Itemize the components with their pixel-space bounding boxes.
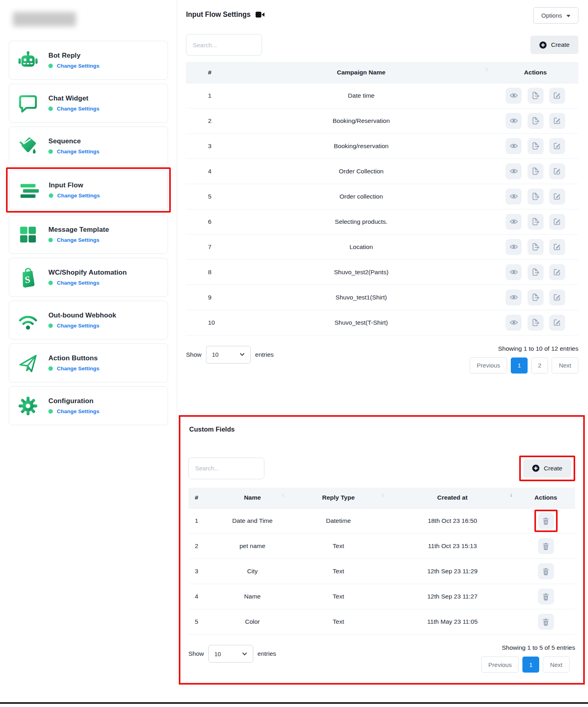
custom-fields-table: # Name ↑↓ Reply Type ↑↓ Created at ↑↓ — [188, 488, 575, 635]
eye-icon — [510, 293, 518, 301]
sidebar-item-bot-reply[interactable]: Bot Reply Change Settings — [9, 41, 168, 80]
edit-button[interactable] — [549, 315, 565, 331]
export-button[interactable] — [528, 239, 544, 255]
custom-fields-page-size-select[interactable]: 10 — [208, 645, 253, 663]
export-button[interactable] — [528, 113, 544, 129]
custom-fields-search-input[interactable] — [188, 458, 264, 479]
options-button[interactable]: Options — [533, 7, 578, 24]
page-2-button[interactable]: 2 — [531, 358, 548, 374]
delete-button[interactable] — [538, 513, 554, 529]
change-settings-link[interactable]: Change Settings — [57, 193, 100, 199]
change-settings-link[interactable]: Change Settings — [57, 280, 100, 286]
table-row: 8 Shuvo_test2(Pants) — [186, 259, 578, 285]
row-actions — [516, 559, 575, 584]
flows-page-size-select[interactable]: 10 — [206, 346, 251, 364]
change-settings-link[interactable]: Change Settings — [57, 63, 100, 69]
edit-button[interactable] — [549, 289, 565, 305]
edit-button[interactable] — [549, 138, 565, 154]
sort-icon: ↑↓ — [281, 492, 284, 498]
view-button[interactable] — [506, 289, 522, 305]
view-button[interactable] — [506, 88, 522, 104]
edit-button[interactable] — [549, 264, 565, 280]
plus-circle-icon — [532, 464, 540, 472]
delete-button[interactable] — [538, 588, 554, 605]
flows-search-input[interactable] — [186, 34, 262, 56]
delete-highlight-box — [534, 535, 558, 557]
change-settings-link[interactable]: Change Settings — [57, 323, 100, 329]
export-button[interactable] — [528, 214, 544, 230]
change-settings-link[interactable]: Change Settings — [57, 366, 100, 372]
previous-button[interactable]: Previous — [481, 657, 519, 673]
sidebar-item-outbound-webhook[interactable]: Out-bound Webhook Change Settings — [9, 301, 168, 339]
delete-highlight-box — [534, 585, 558, 608]
sidebar-item-message-template[interactable]: Message Template Change Settings — [9, 215, 168, 254]
sidebar-item-wc-shopify[interactable]: S WC/Shopify Automation Change Settings — [9, 258, 168, 297]
edit-button[interactable] — [549, 239, 565, 255]
column-header-campaign-name[interactable]: Campaign Name ↑↓ — [230, 62, 492, 83]
change-settings-link[interactable]: Change Settings — [57, 106, 100, 112]
delete-button[interactable] — [538, 563, 554, 579]
column-header-reply-type[interactable]: Reply Type ↑↓ — [288, 488, 388, 508]
video-camera-icon[interactable] — [256, 11, 265, 18]
view-button[interactable] — [506, 138, 522, 154]
delete-highlight-box — [534, 510, 558, 532]
change-settings-link[interactable]: Change Settings — [57, 408, 100, 414]
export-button[interactable] — [528, 138, 544, 154]
row-number: 1 — [186, 83, 230, 108]
eye-icon — [510, 268, 518, 276]
reply-type-cell: Text — [288, 534, 388, 559]
export-button[interactable] — [528, 315, 544, 331]
sidebar-item-chat-widget[interactable]: Chat Widget Change Settings — [9, 84, 168, 123]
sidebar-item-configuration[interactable]: Configuration Change Settings — [9, 386, 168, 425]
edit-button[interactable] — [549, 189, 565, 205]
view-button[interactable] — [506, 189, 522, 205]
page-title: Input Flow Settings — [186, 10, 250, 19]
sidebar-item-action-buttons[interactable]: Action Buttons Change Settings — [9, 343, 168, 382]
edit-button[interactable] — [549, 214, 565, 230]
view-button[interactable] — [506, 239, 522, 255]
page-1-button[interactable]: 1 — [511, 358, 528, 374]
edit-icon — [553, 167, 561, 175]
view-button[interactable] — [506, 315, 522, 331]
reply-type-cell: Text — [288, 609, 388, 635]
change-settings-link[interactable]: Change Settings — [57, 237, 100, 243]
edit-icon — [553, 116, 561, 125]
view-button[interactable] — [506, 113, 522, 129]
sidebar-item-sequence[interactable]: Sequence Change Settings — [9, 127, 168, 165]
field-name-cell: pet name — [216, 534, 288, 559]
show-label: Show — [188, 650, 204, 657]
delete-button[interactable] — [538, 538, 554, 554]
edit-button[interactable] — [549, 113, 565, 129]
delete-button[interactable] — [538, 614, 554, 630]
sidebar-item-input-flow[interactable]: Input Flow Change Settings — [9, 171, 168, 209]
next-button[interactable]: Next — [543, 657, 570, 673]
export-button[interactable] — [528, 264, 544, 280]
custom-fields-pagination: Previous 1 Next — [481, 657, 570, 673]
column-header-actions: Actions — [516, 488, 575, 508]
change-settings-link[interactable]: Change Settings — [57, 149, 100, 155]
previous-button[interactable]: Previous — [470, 358, 507, 374]
flows-create-button[interactable]: Create — [530, 36, 578, 54]
table-row: 2 Booking/Reservation — [186, 108, 578, 133]
view-button[interactable] — [506, 264, 522, 280]
row-number: 9 — [186, 285, 230, 310]
column-header-name[interactable]: Name ↑↓ — [216, 488, 288, 508]
export-button[interactable] — [528, 163, 544, 179]
export-button[interactable] — [528, 189, 544, 205]
table-row: 10 Shuvo_test(T-Shirt) — [186, 310, 578, 335]
page-1-button[interactable]: 1 — [522, 657, 539, 673]
custom-fields-create-button[interactable]: Create — [523, 459, 571, 478]
row-number: 6 — [186, 209, 230, 234]
view-button[interactable] — [506, 214, 522, 230]
next-button[interactable]: Next — [552, 358, 578, 374]
export-button[interactable] — [528, 289, 544, 305]
column-header-created-at[interactable]: Created at ↑↓ — [388, 488, 516, 508]
edit-button[interactable] — [549, 163, 565, 179]
custom-fields-section: Custom Fields Create # — [179, 415, 585, 685]
table-row: 1 Date and Time Datetime 18th Oct 23 16:… — [188, 508, 575, 534]
eye-icon — [510, 116, 518, 125]
edit-button[interactable] — [549, 88, 565, 104]
created-at-cell: 11th May 23 11:05 — [388, 609, 516, 635]
export-button[interactable] — [528, 88, 544, 104]
view-button[interactable] — [506, 163, 522, 179]
